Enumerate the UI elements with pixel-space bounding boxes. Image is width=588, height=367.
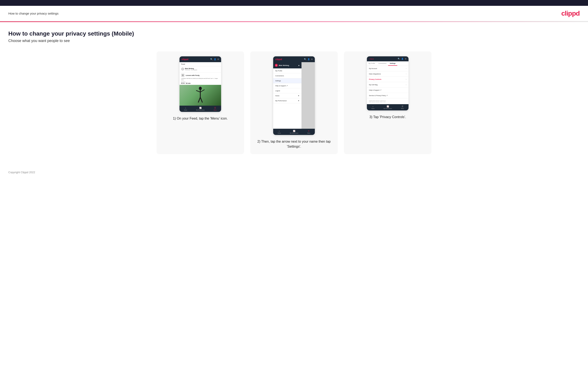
nav-menu-2[interactable]: ✕ Menu bbox=[307, 130, 310, 134]
menu-item-label: My Profile bbox=[275, 70, 282, 72]
nav-menu-3[interactable]: ☰ Menu bbox=[401, 105, 404, 109]
main-content: How to change your privacy settings (Mob… bbox=[0, 22, 588, 167]
app-logo-2: clippd bbox=[275, 58, 282, 60]
feed-item: B Blair McHarg Yesterday · Sunningdale bbox=[180, 66, 221, 73]
search-icon-2: 🔍 bbox=[304, 58, 306, 60]
step-3-card: < Back 🔍 👤 ⚙ My Profile Connections Sett… bbox=[344, 51, 432, 154]
nav-performance-1[interactable]: 📈 My Performance bbox=[196, 107, 205, 111]
duration-value: 01 hr : 30 min bbox=[180, 83, 221, 85]
feed-username: Blair McHarg bbox=[185, 68, 197, 69]
settings-item-label: Privacy Controls bbox=[369, 78, 381, 80]
home-label-3: Home bbox=[372, 108, 375, 109]
settings-icon: ⚙ bbox=[217, 58, 219, 60]
settings-item-privacy[interactable]: Privacy Controls › bbox=[367, 77, 408, 82]
user-icon: 👤 bbox=[214, 58, 216, 60]
menu-label-3: Menu bbox=[401, 108, 404, 109]
menu-item-settings[interactable]: Settings bbox=[273, 78, 302, 83]
step-2-card: clippd 🔍 👤 ⚙ bbox=[250, 51, 338, 154]
menu-label-2: Menu bbox=[307, 133, 310, 134]
app-icons-2: 🔍 👤 ⚙ bbox=[304, 58, 313, 60]
avatar: B bbox=[181, 67, 184, 70]
home-icon: ⌂ bbox=[185, 107, 186, 109]
nav-home-2[interactable]: ⌂ Home bbox=[278, 130, 281, 134]
settings-item-label: My Golf Bag bbox=[369, 84, 378, 86]
lesson-title: Lesson with Fordy bbox=[186, 75, 199, 76]
back-button[interactable]: < Back bbox=[369, 58, 374, 60]
search-icon: 🔍 bbox=[210, 58, 213, 60]
settings-tabs: My Profile Connections Settings bbox=[367, 61, 408, 66]
home-icon-3: ⌂ bbox=[372, 105, 373, 108]
nav-performance-2[interactable]: 📈 My Performance bbox=[290, 130, 298, 134]
settings-item-integrations[interactable]: Data Integrations › bbox=[367, 71, 408, 77]
lesson-icon bbox=[181, 74, 184, 77]
menu-user-row: B Blair McHarg ▲ bbox=[273, 62, 302, 68]
header: How to change your privacy settings clip… bbox=[0, 6, 588, 21]
settings-item-help[interactable]: Help & Support ↗ bbox=[367, 88, 408, 93]
menu-item-label: Logout bbox=[275, 90, 280, 92]
performance-label-2: My Performance bbox=[290, 133, 298, 134]
feed-user: B Blair McHarg Yesterday · Sunningdale bbox=[181, 67, 219, 70]
settings-item-label: Service & Privacy Policy ↗ bbox=[369, 95, 388, 96]
menu-nav-performance[interactable]: My Performance ▼ bbox=[273, 98, 302, 103]
tab-my-profile[interactable]: My Profile bbox=[367, 61, 377, 66]
menu-username: Blair McHarg bbox=[279, 65, 289, 66]
settings-back-bar: < Back 🔍 👤 ⚙ bbox=[367, 56, 408, 61]
settings-item-service[interactable]: Service & Privacy Policy ↗ bbox=[367, 93, 408, 98]
step-1-mockup: clippd 🔍 👤 ⚙ Feed B Blair McHarg bbox=[180, 56, 221, 112]
svg-point-0 bbox=[182, 75, 184, 76]
chevron-right-icon-3: › bbox=[406, 78, 406, 80]
menu-item-profile[interactable]: My Profile bbox=[273, 68, 302, 73]
feed-label: Feed bbox=[180, 62, 221, 66]
menu-item-label: Settings bbox=[275, 80, 281, 82]
menu-panel: B Blair McHarg ▲ My Profile Connections bbox=[273, 62, 302, 129]
page-heading: How to change your privacy settings (Mob… bbox=[8, 30, 580, 37]
menu-item-logout[interactable]: Logout bbox=[273, 88, 302, 93]
lesson-desc: Looking to feel like my hands are exitin… bbox=[180, 78, 221, 81]
svg-line-5 bbox=[198, 97, 200, 102]
menu-user-info: B Blair McHarg bbox=[275, 64, 289, 67]
footer: Copyright Clippd 2022 bbox=[0, 167, 588, 178]
tab-settings[interactable]: Settings bbox=[388, 61, 397, 66]
step-2-caption: 2) Then, tap the arrow next to your name… bbox=[255, 139, 333, 149]
nav-performance-3[interactable]: 📈 My Performance bbox=[383, 105, 392, 109]
chart-icon-3: 📈 bbox=[387, 105, 389, 108]
app-bottombar-2: ⌂ Home 📈 My Performance ✕ Menu bbox=[273, 129, 315, 135]
chart-icon: 📈 bbox=[199, 107, 202, 109]
page-subheading: Choose what you want people to see bbox=[8, 39, 580, 43]
copyright: Copyright Clippd 2022 bbox=[8, 171, 35, 174]
clippd-logo: clippd bbox=[561, 9, 580, 17]
nav-home-3[interactable]: ⌂ Home bbox=[372, 105, 375, 109]
menu-nav-home[interactable]: Home ▼ bbox=[273, 93, 302, 98]
step-1-card: clippd 🔍 👤 ⚙ Feed B Blair McHarg bbox=[156, 51, 244, 154]
chevron-down-icon-2: ▼ bbox=[298, 100, 299, 102]
nav-menu-1[interactable]: ☰ Menu bbox=[214, 107, 216, 111]
menu-label: Menu bbox=[214, 109, 216, 111]
performance-label-3: My Performance bbox=[383, 108, 392, 109]
close-icon: ✕ bbox=[308, 130, 310, 132]
menu-nav-label: Home bbox=[275, 95, 279, 97]
nav-home-1[interactable]: ⌂ Home bbox=[184, 107, 187, 111]
step-1-caption: 1) On your Feed, tap the 'Menu' icon. bbox=[173, 116, 228, 121]
settings-icon-3: ⚙ bbox=[405, 58, 406, 60]
menu-icon: ☰ bbox=[214, 107, 216, 109]
golf-image bbox=[180, 85, 221, 106]
chevron-down-icon: ▼ bbox=[298, 95, 299, 97]
user-icon-3: 👤 bbox=[401, 58, 404, 60]
menu-item-connections[interactable]: Connections bbox=[273, 73, 302, 78]
settings-icon-2: ⚙ bbox=[311, 58, 313, 60]
step-2-mockup: clippd 🔍 👤 ⚙ bbox=[273, 56, 315, 135]
settings-item-golf-bag[interactable]: My Golf Bag › bbox=[367, 82, 408, 88]
app-logo-1: clippd bbox=[182, 58, 188, 60]
settings-item-account[interactable]: My Account › bbox=[367, 66, 408, 71]
tab-connections[interactable]: Connections bbox=[377, 61, 388, 66]
menu-item-label: Connections bbox=[275, 75, 284, 77]
chart-icon-2: 📈 bbox=[293, 130, 295, 132]
app-bottombar-3: ⌂ Home 📈 My Performance ☰ Menu bbox=[367, 104, 408, 110]
settings-item-label: My Account bbox=[369, 67, 377, 69]
app-icons-1: 🔍 👤 ⚙ bbox=[210, 58, 219, 60]
header-title: How to change your privacy settings bbox=[8, 12, 59, 15]
settings-item-label: Help & Support ↗ bbox=[369, 89, 381, 91]
chevron-up-icon: ▲ bbox=[298, 64, 300, 66]
menu-item-help[interactable]: Help & Support ↗ bbox=[273, 83, 302, 88]
feed-location: Yesterday · Sunningdale bbox=[185, 69, 197, 70]
